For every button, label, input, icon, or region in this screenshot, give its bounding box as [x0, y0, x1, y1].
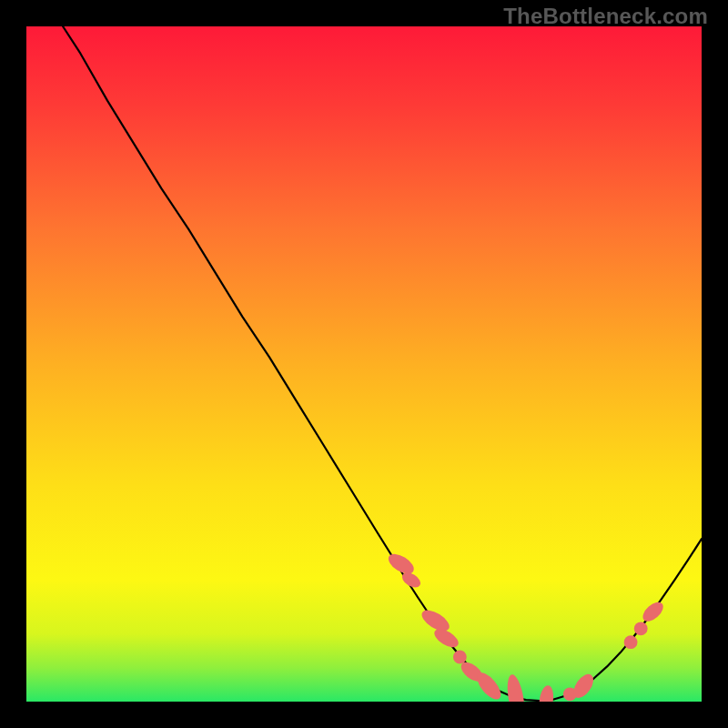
svg-rect-0: [26, 26, 702, 702]
chart-svg: [26, 26, 702, 702]
chart-plot-area: [26, 26, 702, 702]
chart-container: TheBottleneck.com: [0, 0, 728, 728]
marker-dot: [634, 622, 648, 635]
marker-dot: [453, 651, 467, 664]
marker-dot: [624, 635, 638, 649]
watermark-text: TheBottleneck.com: [503, 4, 708, 29]
